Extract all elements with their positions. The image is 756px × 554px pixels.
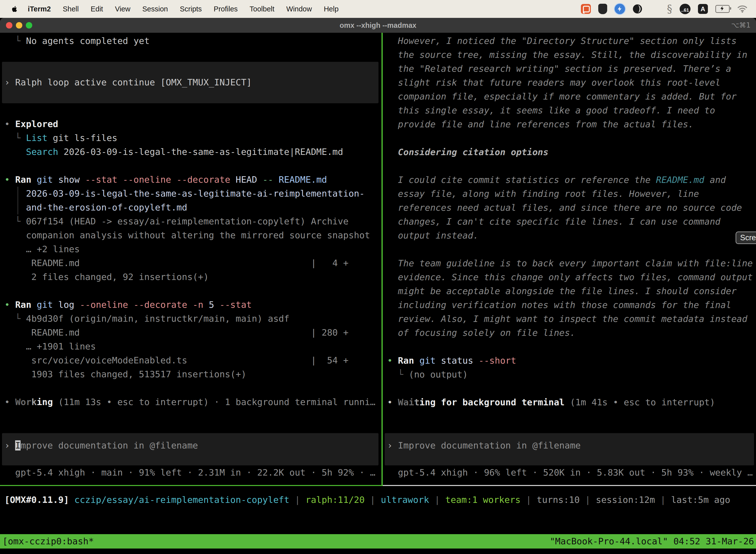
blank-line <box>387 340 756 354</box>
terminal-line: └ No agents completed yet <box>4 34 381 48</box>
injected-command-box: › Ralph loop active continue [OMX_TMUX_I… <box>2 62 378 103</box>
text-segment: --stat <box>214 299 252 310</box>
text-segment: (11m 13s • esc to interrupt) · 1 backgro… <box>53 397 375 407</box>
text-segment: t <box>414 397 420 407</box>
keypad-shield-icon[interactable] <box>598 4 607 14</box>
blank-line <box>4 103 381 117</box>
terminal-line: [OMX#0.11.9] cczip/essay/ai-reimplementa… <box>4 493 730 507</box>
model-status-right: gpt-5.4 xhigh · 96% left · 520K in · 5.8… <box>387 466 753 480</box>
wifi-icon[interactable] <box>737 5 748 13</box>
input-source-icon[interactable]: A <box>698 4 708 14</box>
terminal-line: and-the-erosion-of-copyleft.md <box>4 201 381 214</box>
text-segment: ultrawork <box>381 495 429 505</box>
text-segment: README.md | 4 + <box>4 258 349 268</box>
text-segment: • <box>4 119 15 129</box>
text-segment: [OMX#0.11.9] <box>4 495 69 505</box>
right-agent-pane: However, I noticed the "Directory Struct… <box>383 33 756 485</box>
terminal-line: this single essay, it seems like a good … <box>387 104 756 117</box>
terminal-line: of focusing solely on file lines. <box>387 326 756 340</box>
text-segment: Wor <box>15 397 31 407</box>
text-segment: README.md <box>656 175 704 185</box>
text-segment: show <box>53 174 80 185</box>
blank-line <box>4 48 381 62</box>
terminal-line: 2026-03-09-is-legal-the-same-as-legitima… <box>4 187 381 201</box>
terminal-line: src/voice/voiceModeEnabled.ts | 54 + <box>4 353 381 367</box>
menu-item-scripts[interactable]: Scripts <box>174 5 208 13</box>
text-segment: 2026-03-09-is-legal-the-same-as-legitima… <box>4 188 365 199</box>
tmux-host-clock: "MacBook-Pro-44.local" 04:52 31-Mar-26 <box>550 534 754 549</box>
text-segment: 5 <box>203 299 214 310</box>
text-segment: 067f154 (HEAD -> essay/ai-reimplementati… <box>26 216 349 226</box>
prompt-input-right[interactable]: › Improve documentation in @filename <box>385 433 754 465</box>
terminal-line: provide file and line references from th… <box>387 117 756 131</box>
menu-item-iterm2[interactable]: iTerm2 <box>22 5 57 13</box>
menu-item-view[interactable]: View <box>109 5 136 13</box>
terminal-line: 2 files changed, 92 insertions(+) <box>4 270 381 284</box>
text-segment: last:5m ago <box>671 495 730 505</box>
tmux-session-label[interactable]: [omx-cczip0:bash* <box>2 534 94 549</box>
terminal-line: • Explored <box>4 117 381 131</box>
text-segment: changes, I can't cite specific file line… <box>387 216 720 227</box>
text-segment: --stat --oneline --decorate <box>80 174 230 185</box>
text-segment: --short <box>473 355 516 366</box>
text-segment: status <box>436 355 473 366</box>
terminal-line: I could cite commit statistics or refere… <box>387 173 756 187</box>
menu-item-profiles[interactable]: Profiles <box>208 5 244 13</box>
usage-badge-icon[interactable]: ..61 <box>680 4 691 14</box>
text-segment: | <box>429 495 445 505</box>
terminal-line: might be acceptable alongside the file l… <box>387 284 756 298</box>
text-segment: --oneline --decorate -n <box>74 299 203 310</box>
text-segment: … +1901 lines <box>4 341 96 351</box>
text-segment: this single essay, it seems like a good … <box>387 105 715 115</box>
text-segment: (1m 41s • esc to interrupt) <box>565 397 715 407</box>
text-segment: turns:10 <box>537 495 580 505</box>
terminal-line: However, I noticed the "Directory Struct… <box>387 34 756 48</box>
terminal-line: companion analysis without altering the … <box>4 228 381 242</box>
text-segment: Ran <box>398 355 414 366</box>
text-segment: › <box>4 77 15 88</box>
menu-item-toolbelt[interactable]: Toolbelt <box>244 5 280 13</box>
menu-items: iTerm2ShellEditViewSessionScriptsProfile… <box>22 5 344 13</box>
terminal-line: essay file, along with finding root file… <box>387 187 756 201</box>
terminal-line: review. Also, I might want to inspect th… <box>387 312 756 326</box>
text-segment: HEAD <box>230 174 257 185</box>
text-segment: git ls-files <box>47 133 117 143</box>
text-segment: provide file and line references from th… <box>387 119 693 129</box>
menu-item-help[interactable]: Help <box>318 5 344 13</box>
text-segment: Search <box>26 147 58 157</box>
menu-item-window[interactable]: Window <box>280 5 318 13</box>
text-segment: README.md <box>273 174 327 185</box>
text-segment: team:1 workers <box>445 495 520 505</box>
omx-status-bar: [OMX#0.11.9] cczip/essay/ai-reimplementa… <box>4 493 730 507</box>
text-segment: of focusing solely on file lines. <box>387 328 575 338</box>
menu-item-edit[interactable]: Edit <box>84 5 109 13</box>
text-segment: | <box>521 495 537 505</box>
menu-item-shell[interactable]: Shell <box>57 5 85 13</box>
battery-icon[interactable] <box>715 5 730 13</box>
terminal-line: slight risk that future readers may over… <box>387 76 756 90</box>
menu-item-session[interactable]: Session <box>136 5 174 13</box>
text-segment: • <box>4 397 15 407</box>
terminal-line: └ (no output) <box>387 368 756 382</box>
text-segment: Improve documentation in @filename <box>398 440 581 450</box>
prompt-input-left[interactable]: › Improve documentation in @filename <box>2 433 378 465</box>
text-segment: Ran <box>15 174 31 185</box>
text-segment: 2 files changed, 92 insertions(+) <box>4 272 209 282</box>
moon-circle-icon[interactable] <box>632 4 642 14</box>
apple-menu-icon[interactable] <box>11 5 18 13</box>
text-segment: • <box>387 397 398 407</box>
text-cursor: I <box>15 440 20 450</box>
section-hook-icon[interactable]: § <box>667 4 672 14</box>
text-segment: • <box>4 299 15 310</box>
terminal-line: • Ran git log --oneline --decorate -n 5 … <box>4 298 381 312</box>
terminal-line: changes, I can't cite specific file line… <box>387 215 756 229</box>
chat-bubble-icon[interactable] <box>581 4 591 14</box>
text-segment: review. Also, I might want to inspect th… <box>387 314 747 324</box>
terminal-line: • Working (11m 13s • esc to interrupt) ·… <box>4 395 381 409</box>
terminal-line: references need actual files, and since … <box>387 201 756 215</box>
dots-grid-icon[interactable] <box>650 4 659 14</box>
lightning-badge-icon[interactable] <box>615 4 625 14</box>
text-segment: | <box>290 495 306 505</box>
text-segment <box>4 147 26 157</box>
text-segment: … +2 lines <box>4 244 80 254</box>
